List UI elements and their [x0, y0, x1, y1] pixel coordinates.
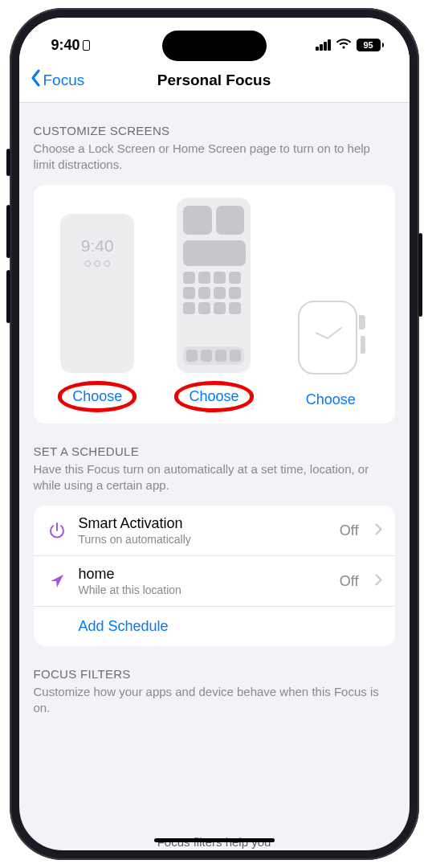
lock-preview-widgets [84, 260, 110, 267]
choose-home-screen-button[interactable]: Choose [174, 381, 253, 412]
smart-activation-title: Smart Activation [79, 515, 328, 532]
nav-bar: Focus Personal Focus [19, 63, 410, 103]
home-location-sub: While at this location [79, 583, 328, 596]
lock-screen-preview[interactable]: 9:40 [60, 214, 134, 373]
volume-down-button [6, 270, 10, 323]
battery-level: 95 [357, 39, 381, 51]
customize-desc: Choose a Lock Screen or Home Screen page… [34, 141, 395, 172]
watch-face-preview[interactable] [296, 296, 365, 379]
customize-heading: CUSTOMIZE SCREENS [34, 124, 395, 137]
lock-preview-time: 9:40 [81, 236, 114, 256]
schedule-desc: Have this Focus turn on automatically at… [34, 461, 395, 493]
silence-switch [6, 149, 10, 176]
choose-watch-button[interactable]: Choose [295, 387, 367, 412]
choose-lock-screen-button[interactable]: Choose [58, 381, 137, 412]
home-location-title: home [79, 566, 328, 583]
home-app-grid [183, 272, 244, 314]
home-screen-preview[interactable] [177, 198, 251, 373]
chevron-right-icon [375, 523, 382, 538]
home-widget-large [183, 240, 246, 266]
chevron-right-icon [375, 574, 382, 589]
home-widget-row-1 [183, 206, 244, 235]
screens-row: 9:40 Choose [42, 198, 387, 412]
status-time: 9:40 [51, 37, 90, 54]
cellular-signal-icon [316, 39, 331, 51]
watch-option: Choose [275, 296, 386, 412]
add-schedule-button[interactable]: Add Schedule [34, 607, 395, 646]
filters-desc: Customize how your apps and device behav… [34, 684, 395, 715]
home-location-row[interactable]: home While at this location Off [34, 556, 395, 607]
home-location-value: Off [340, 573, 359, 590]
power-button [418, 233, 422, 317]
status-right: 95 [316, 38, 384, 53]
smart-activation-value: Off [340, 522, 359, 539]
schedule-section-header: SET A SCHEDULE Have this Focus turn on a… [19, 424, 410, 499]
back-button[interactable]: Focus [29, 69, 85, 91]
content: CUSTOMIZE SCREENS Choose a Lock Screen o… [19, 103, 410, 722]
smart-activation-row[interactable]: Smart Activation Turns on automatically … [34, 506, 395, 556]
watch-hands-icon [312, 321, 344, 354]
chevron-left-icon [29, 69, 42, 91]
home-indicator[interactable] [154, 838, 275, 842]
home-screen-option: Choose [158, 198, 270, 412]
sim-card-icon [83, 40, 90, 51]
time-label: 9:40 [51, 37, 80, 54]
phone-frame: 9:40 95 Focus Personal Fo [10, 8, 419, 860]
wifi-icon [336, 38, 352, 53]
filters-section-header: FOCUS FILTERS Customize how your apps an… [19, 646, 410, 722]
volume-up-button [6, 205, 10, 258]
back-label: Focus [43, 72, 85, 89]
dynamic-island [162, 31, 267, 61]
smart-activation-sub: Turns on automatically [79, 533, 328, 546]
screens-card: 9:40 Choose [34, 185, 395, 424]
screen: 9:40 95 Focus Personal Fo [19, 18, 410, 850]
page-title: Personal Focus [157, 72, 271, 89]
customize-section-header: CUSTOMIZE SCREENS Choose a Lock Screen o… [19, 103, 410, 178]
lock-screen-option: 9:40 Choose [42, 214, 153, 412]
power-icon [47, 521, 67, 540]
home-dock [183, 346, 244, 365]
schedule-list: Smart Activation Turns on automatically … [34, 506, 395, 646]
schedule-heading: SET A SCHEDULE [34, 444, 395, 458]
battery-icon: 95 [357, 39, 384, 51]
location-arrow-icon [47, 572, 67, 590]
filters-heading: FOCUS FILTERS [34, 667, 395, 681]
